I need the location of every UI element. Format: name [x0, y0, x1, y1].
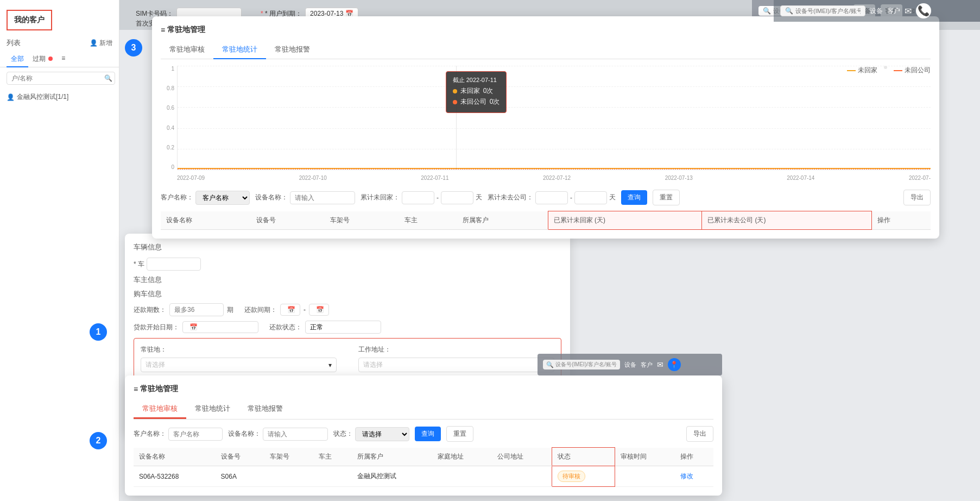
audit-col-customer: 所属客户: [352, 448, 432, 466]
tab-alarm[interactable]: 常驻地报警: [266, 40, 319, 59]
audit-col-home-addr: 家庭地址: [432, 448, 492, 466]
sidebar-tab-filter[interactable]: ≡: [57, 51, 69, 67]
sidebar-item-customer[interactable]: 👤 金融风控测试[1/1]: [0, 89, 119, 105]
stats-reset-button[interactable]: 重置: [653, 190, 680, 205]
audit-col-frame-no: 车架号: [264, 448, 313, 466]
audit-status-select[interactable]: 请选择: [355, 427, 409, 441]
stats-company-days-label: 累计未去公司：: [488, 193, 533, 202]
x-label-4: 2022-07-13: [665, 175, 693, 181]
badge-3: 3: [125, 39, 142, 57]
stats-chart: 未回家 未回公司 1 0.8 0.6 0.4 0.2 0: [161, 66, 931, 185]
tooltip-company-value: 0次: [490, 97, 500, 107]
audit-col-action: 操作: [675, 448, 713, 466]
car-no-input[interactable]: [147, 258, 201, 271]
audit-table: 设备名称 设备号 车架号 车主 所属客户 家庭地址 公司地址 状态 审核时间 操…: [134, 447, 713, 487]
audit-device-input[interactable]: [263, 428, 328, 441]
repay-status-label: 还款状态：: [269, 323, 302, 332]
stats-home-days-label: 累计未回家：: [361, 193, 400, 202]
tooltip-dot-home: [453, 89, 457, 93]
sidebar-title: 我的客户: [7, 10, 52, 30]
x-label-3: 2022-07-12: [543, 175, 571, 181]
status-badge-pending: 待审核: [558, 471, 585, 482]
stats-table-header-row: 设备名称 设备号 车架号 车主 所属客户 已累计未回家 (天) 已累计未去公司 …: [161, 211, 931, 230]
work-address-select[interactable]: 请选择 ▾: [358, 358, 554, 372]
repay-status-field: 还款状态： 正常: [269, 321, 381, 334]
stats-filter-row: 客户名称： 客户名称 设备名称： 累计未回家： - 天 累计未去公司： - 天 …: [161, 190, 931, 205]
tab-alarm-audit[interactable]: 常驻地报警: [239, 399, 292, 419]
repay-interval-field: 还款间期： 📅 - 📅: [244, 304, 329, 316]
audit-row-action: 修改: [675, 466, 713, 487]
tab-audit[interactable]: 常驻地审核: [161, 40, 213, 59]
col-home-days: 已累计未回家 (天): [548, 211, 702, 230]
home-address-label: 常驻地：: [141, 345, 337, 354]
vehicle-info-title: 车辆信息: [134, 242, 561, 252]
table-row: S06A-532268 S06A 金融风控测试 待审核 修改: [134, 466, 713, 487]
repay-interval-picker[interactable]: 📅: [280, 304, 300, 316]
card3-search-input[interactable]: [795, 8, 861, 14]
search-icon-top: 🔍: [763, 7, 771, 15]
audit-table-header-row: 设备名称 设备号 车架号 车主 所属客户 家庭地址 公司地址 状态 审核时间 操…: [134, 448, 713, 466]
audit-row-status: 待审核: [552, 466, 615, 487]
repay-interval-label: 还款间期：: [244, 305, 277, 315]
col-frame-no: 车架号: [325, 211, 399, 230]
audit-status-field: 状态： 请选择: [333, 427, 409, 441]
tab-stats-audit[interactable]: 常驻地统计: [186, 399, 239, 419]
audit-row-home-addr: [432, 466, 492, 487]
audit-col-device-name: 设备名称: [134, 448, 216, 466]
tooltip-row-company: 未回公司 0次: [453, 97, 500, 107]
audit-filter-row: 客户名称： 设备名称： 状态： 请选择 查询 重置 导出: [134, 426, 713, 442]
stats-company-days-max[interactable]: [574, 191, 607, 204]
loan-row-1: 还款期数： 期 还款间期： 📅 - 📅: [134, 303, 561, 316]
card2-mail-icon: ✉: [657, 360, 663, 369]
repay-period-input[interactable]: [169, 303, 224, 316]
audit-customer-field: 客户名称：: [134, 428, 223, 441]
home-address-placeholder: 请选择: [146, 360, 165, 370]
sidebar-search-input[interactable]: [7, 72, 115, 85]
repay-status-select[interactable]: 正常: [305, 321, 381, 334]
tab-audit-main[interactable]: 常驻地审核: [134, 399, 186, 419]
range-sep-1: -: [437, 194, 439, 202]
audit-export-button[interactable]: 导出: [686, 426, 713, 442]
stats-device-input[interactable]: [290, 191, 355, 204]
stats-query-button[interactable]: 查询: [621, 190, 647, 205]
sidebar-tab-all[interactable]: 全部: [7, 51, 28, 67]
card2-customer-label: 客户: [641, 361, 653, 369]
user-icon: 👤: [7, 93, 15, 101]
stats-device-label: 设备名称：: [255, 193, 288, 202]
calendar-icon-loan: 📅: [189, 323, 198, 331]
y-label-1: 1: [161, 66, 174, 72]
audit-row-audit-time: [615, 466, 675, 487]
stats-company-days-field: 累计未去公司： - 天: [488, 191, 616, 204]
sidebar-search: 🔍: [0, 72, 119, 85]
work-address-label: 工作地址：: [358, 345, 554, 354]
loan-start-picker[interactable]: 📅: [182, 321, 258, 333]
audit-status-label: 状态：: [333, 429, 353, 439]
stats-customer-select[interactable]: 客户名称: [195, 191, 250, 205]
x-label-2: 2022-07-11: [421, 175, 448, 181]
audit-customer-input[interactable]: [168, 428, 223, 441]
home-address-select[interactable]: 请选择 ▾: [141, 358, 337, 372]
card3-top-nav: 🔍 设备 客户 ✉ 📞: [774, 0, 980, 22]
days-unit-2: 天: [609, 193, 616, 202]
range-sep-2: -: [570, 194, 572, 202]
audit-reset-button[interactable]: 重置: [446, 426, 473, 442]
repay-interval-end-picker[interactable]: 📅: [309, 304, 329, 316]
card-audit: 🔍 设备号(IMEI)/客户名/账号 设备 客户 ✉ 📍 ≡ 常驻地管理 常驻地…: [125, 375, 722, 496]
audit-mgmt-title: ≡ 常驻地管理: [134, 384, 713, 394]
audit-query-button[interactable]: 查询: [415, 427, 441, 441]
audit-col-owner: 车主: [313, 448, 352, 466]
col-owner: 车主: [399, 211, 457, 230]
sidebar-tab-expired[interactable]: 过期: [28, 51, 57, 67]
stats-home-days-min[interactable]: [402, 191, 434, 204]
tab-stats[interactable]: 常驻地统计: [213, 40, 266, 59]
sidebar-new-button[interactable]: 👤 新增: [90, 39, 112, 48]
stats-company-days-min[interactable]: [535, 191, 568, 204]
card3-search-bar: 🔍: [780, 5, 865, 16]
audit-device-field: 设备名称：: [228, 428, 328, 441]
stats-home-days-max[interactable]: [441, 191, 473, 204]
audit-customer-label: 客户名称：: [134, 429, 166, 439]
stats-export-button[interactable]: 导出: [903, 190, 931, 205]
search-icon: 🔍: [104, 74, 112, 82]
repay-period-label: 还款期数：: [134, 305, 166, 315]
audit-modify-link[interactable]: 修改: [680, 472, 693, 480]
